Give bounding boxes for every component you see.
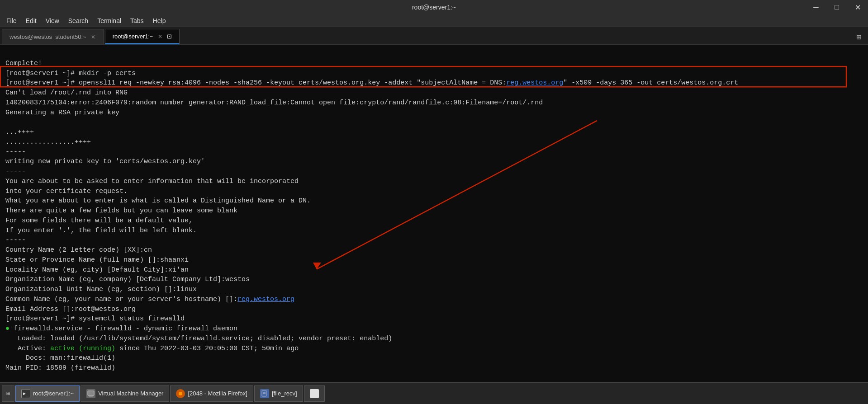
file-taskbar-icon <box>260 389 269 398</box>
line-firewalld-dot: ● firewalld.service - firewalld - dynami… <box>5 325 237 333</box>
line-rnd-error: Can't load /root/.rnd into RNG <box>5 89 128 97</box>
tab-bar: westos@westos_student50:~ ✕ root@server1… <box>0 27 868 45</box>
tab-icon: ⊡ <box>167 33 172 40</box>
svg-rect-4 <box>89 396 93 397</box>
line-info1: You are about to be asked to enter infor… <box>5 178 299 185</box>
line-complete: Complete! <box>5 60 42 67</box>
menu-view[interactable]: View <box>41 15 64 26</box>
line-dash2: ----- <box>5 168 26 175</box>
whitebox-taskbar-icon <box>310 389 319 398</box>
taskbar-firefox[interactable]: [2048 - Mozilla Firefox] <box>170 385 253 402</box>
menu-search[interactable]: Search <box>64 15 93 26</box>
svg-point-6 <box>179 392 182 395</box>
line-orgunit: Organizational Unit Name (eg, section) [… <box>5 286 197 293</box>
tab-westos-student[interactable]: westos@westos_student50:~ ✕ <box>2 29 104 44</box>
line-locality: Locality Name (eg, city) [Default City]:… <box>5 266 189 274</box>
tab-close-2[interactable]: ✕ <box>157 33 163 40</box>
line-docs: Docs: man:firewalld(1) <box>5 354 115 362</box>
line-mkdir: [root@server1 ~]# mkdir -p certs <box>5 70 136 77</box>
terminal-taskbar-icon: ▶_ <box>21 389 30 398</box>
window-title: root@server1:~ <box>412 4 456 11</box>
line-email: Email Address []:root@westos.org <box>5 305 136 313</box>
line-active: Active: active (running) since Thu 2022-… <box>5 345 299 352</box>
line-info2: into your certificate request. <box>5 188 128 195</box>
firefox-taskbar-icon <box>176 389 185 398</box>
line-dash3: ----- <box>5 236 26 244</box>
line-pid: Main PID: 18589 (firewalld) <box>5 364 115 372</box>
line-org: Organization Name (eg, company) [Default… <box>5 276 250 283</box>
line-common-name: Common Name (eg, your name or your serve… <box>5 296 294 303</box>
line-loaded: Loaded: loaded (/usr/lib/systemd/system/… <box>5 335 392 343</box>
menu-bar: File Edit View Search Terminal Tabs Help <box>0 14 868 27</box>
line-dots1: ...++++ <box>5 128 34 136</box>
taskbar-file-recv[interactable]: [file_recv] <box>254 385 303 402</box>
line-country: Country Name (2 letter code) [XX]:cn <box>5 246 152 254</box>
menu-file[interactable]: File <box>2 15 21 26</box>
terminal-content[interactable]: Complete! [root@server1 ~]# mkdir -p cer… <box>0 45 868 382</box>
taskbar-white-box[interactable] <box>304 385 325 402</box>
tab-root-server1[interactable]: root@server1:~ ✕ ⊡ <box>105 29 180 44</box>
tab-label-1: westos@westos_student50:~ <box>9 33 86 40</box>
window-controls: ─ □ ✕ <box>806 0 868 14</box>
taskbar: ⊞ ▶_ root@server1:~ Virtual Machine Mana… <box>0 382 868 404</box>
taskbar-firefox-label: [2048 - Mozilla Firefox] <box>188 390 247 397</box>
taskbar-terminal-label: root@server1:~ <box>33 390 74 397</box>
svg-marker-2 <box>313 263 321 269</box>
menu-tabs[interactable]: Tabs <box>126 15 148 26</box>
title-bar: root@server1:~ ─ □ ✕ <box>0 0 868 14</box>
line-error-detail: 140200837175104:error:2406F079:random nu… <box>5 99 543 107</box>
taskbar-vm-manager[interactable]: Virtual Machine Manager <box>81 385 169 402</box>
line-dots2: .................++++ <box>5 138 91 146</box>
svg-rect-3 <box>88 391 94 395</box>
maximize-button[interactable]: □ <box>826 0 847 14</box>
taskbar-vm-label: Virtual Machine Manager <box>98 390 163 397</box>
taskbar-file-label: [file_recv] <box>272 390 297 397</box>
line-systemctl: [root@server1 ~]# systemctl status firew… <box>5 315 185 323</box>
line-generating: Generating a RSA private key <box>5 109 119 117</box>
line-state: State or Province Name (full name) []:sh… <box>5 256 189 264</box>
line-info5: For some fields there will be a default … <box>5 217 193 225</box>
menu-terminal[interactable]: Terminal <box>93 15 126 26</box>
tab-close-1[interactable]: ✕ <box>90 34 96 40</box>
tab-label-2: root@server1:~ <box>113 33 153 40</box>
line-dash1: ----- <box>5 148 26 156</box>
vm-taskbar-icon <box>86 389 95 398</box>
line-writing-key: writing new private key to 'certs/westos… <box>5 158 205 165</box>
svg-line-1 <box>317 121 597 269</box>
new-tab-button[interactable]: ⊞ <box>852 30 866 44</box>
menu-help[interactable]: Help <box>148 15 171 26</box>
line-info3: What you are about to enter is what is c… <box>5 197 311 205</box>
menu-edit[interactable]: Edit <box>21 15 41 26</box>
line-info6: If you enter '.', the field will be left… <box>5 227 197 235</box>
taskbar-terminal[interactable]: ▶_ root@server1:~ <box>15 385 80 402</box>
close-button[interactable]: ✕ <box>847 0 868 14</box>
show-desktop-button[interactable]: ⊞ <box>2 385 14 402</box>
line-openssl-cmd: [root@server1 ~]# openssl11 req -newkey … <box>5 79 738 87</box>
line-info4: There are quite a few fields but you can… <box>5 207 237 215</box>
minimize-button[interactable]: ─ <box>806 0 826 14</box>
